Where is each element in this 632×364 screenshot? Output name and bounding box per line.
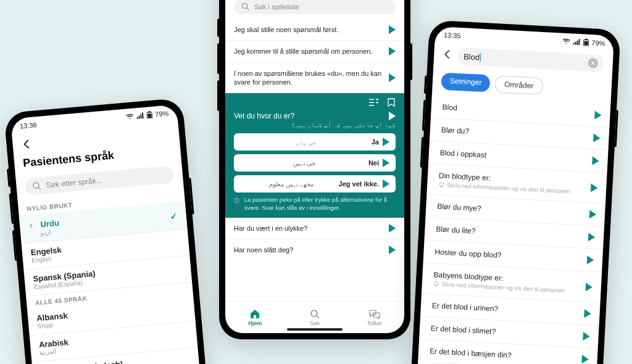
play-icon[interactable]: [581, 355, 589, 364]
sentence-row[interactable]: Har du vært i en ulykke?: [225, 218, 404, 239]
status-time: 13:36: [20, 121, 37, 130]
gender-female-icon: ♀: [28, 221, 35, 230]
play-icon[interactable]: [593, 133, 601, 143]
answer-dontknow[interactable]: مجھے نہیں معلوم۔ Jeg vet ikke.: [234, 175, 396, 192]
svg-point-3: [33, 183, 40, 189]
play-icon[interactable]: [383, 138, 389, 146]
back-button[interactable]: [443, 49, 453, 62]
filter-chip-areas[interactable]: Områder: [495, 75, 544, 95]
question-translation: کیا آپ جانتی ہیں کہ آپ کہاں ہیں؟: [234, 122, 396, 128]
expanded-question-panel: Vet du hvor du er? کیا آپ جانتی ہیں کہ آ…: [225, 93, 404, 218]
play-icon[interactable]: [389, 73, 396, 82]
home-icon: [249, 309, 260, 319]
chat-icon: [369, 309, 380, 319]
wifi-icon: [562, 38, 571, 45]
search-icon: [32, 181, 41, 191]
svg-point-10: [311, 310, 317, 316]
answer-no[interactable]: جی نہیں Nei: [234, 154, 396, 172]
answer-hint: La pasienten peke på eller trykke på alt…: [234, 196, 396, 212]
wifi-icon: [125, 113, 135, 120]
sentence-row[interactable]: Har noen slått deg?: [225, 239, 404, 260]
search-input[interactable]: Blod ✕: [457, 48, 604, 72]
sentence-row[interactable]: Jeg skal stille noen spørsmål først.: [225, 19, 404, 41]
svg-point-9: [236, 199, 237, 200]
search-icon: [241, 2, 249, 10]
battery-percent: 79%: [155, 109, 169, 118]
search-placeholder: Søk etter språk...: [46, 176, 102, 189]
filter-chip-sentences[interactable]: Setninger: [441, 72, 491, 92]
svg-point-5: [242, 3, 247, 8]
play-icon[interactable]: [389, 25, 396, 34]
battery-icon: [146, 111, 153, 119]
svg-point-15: [439, 182, 443, 186]
play-icon[interactable]: [588, 233, 596, 242]
svg-line-11: [317, 316, 319, 318]
play-icon[interactable]: [389, 224, 396, 233]
play-icon[interactable]: [584, 309, 591, 318]
play-icon[interactable]: [389, 246, 396, 254]
signal-icon: [573, 39, 581, 46]
play-icon[interactable]: [594, 111, 602, 120]
nav-home[interactable]: Hjem: [225, 302, 285, 333]
svg-rect-14: [584, 41, 588, 45]
play-icon[interactable]: [589, 210, 597, 219]
play-icon[interactable]: [383, 180, 389, 188]
bulb-icon: [438, 181, 445, 188]
play-icon[interactable]: [592, 156, 599, 165]
bookmark-icon[interactable]: [387, 98, 396, 107]
svg-rect-2: [148, 114, 152, 118]
svg-rect-13: [585, 39, 588, 40]
answer-yes[interactable]: جی ہاں Ja: [234, 133, 396, 151]
phone-language-picker: 13:36 79% Pasientens språk Søk etter spr…: [4, 97, 212, 364]
phone-search: 13:35 79% Blod ✕ Setninger Områder: [410, 20, 621, 364]
chevron-left-icon: [21, 138, 33, 151]
play-icon[interactable]: [389, 47, 396, 56]
list-check-icon[interactable]: [368, 98, 378, 107]
svg-line-4: [38, 187, 41, 189]
battery-percent: 79%: [591, 39, 605, 47]
check-icon: ✓: [170, 210, 178, 221]
playlist-search-input[interactable]: Søk i spilleliste: [234, 0, 396, 14]
clear-search-button[interactable]: ✕: [588, 58, 598, 68]
chevron-left-icon: [443, 49, 453, 59]
search-query: Blod: [464, 52, 481, 62]
question-text: Vet du hvor du er?: [234, 112, 294, 120]
play-icon[interactable]: [389, 112, 396, 120]
play-icon[interactable]: [383, 159, 389, 167]
phone-playlist: Situation 24 setninger Søk i spilleliste…: [219, 0, 410, 339]
bulb-icon: [433, 281, 440, 287]
svg-line-6: [247, 8, 249, 10]
play-icon[interactable]: [587, 255, 594, 265]
bottom-nav: Hjem Søk Tolker: [225, 301, 404, 333]
signal-icon: [136, 112, 144, 119]
svg-rect-1: [148, 111, 151, 112]
home-indicator: [287, 328, 343, 331]
battery-icon: [583, 38, 589, 46]
sentence-row[interactable]: Jeg kommer til å stille spørsmål om pers…: [225, 41, 404, 62]
play-icon[interactable]: [583, 332, 590, 341]
play-icon[interactable]: [586, 283, 593, 292]
nav-interpreters[interactable]: Tolker: [344, 302, 404, 333]
svg-point-17: [434, 281, 438, 285]
play-icon[interactable]: [591, 183, 598, 192]
sentence-row[interactable]: I noen av spørsmålene brukes «du», men d…: [225, 63, 404, 94]
search-icon: [310, 309, 320, 319]
info-icon: [234, 196, 239, 205]
status-time: 13:35: [444, 31, 461, 39]
